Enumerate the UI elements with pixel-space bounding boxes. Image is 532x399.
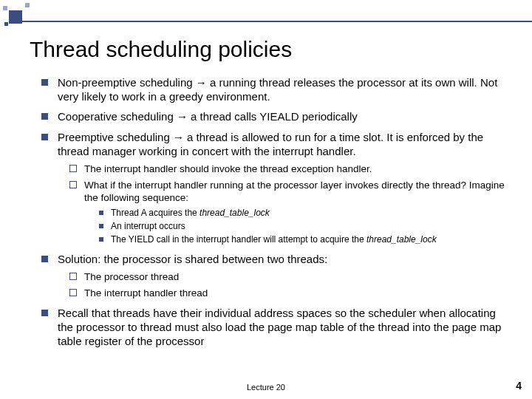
sub-text: The interrupt handler thread: [84, 287, 208, 299]
bullet-item: Recall that threads have their individua…: [41, 306, 510, 349]
subsub-item: Thread A acquires the thread_table_lock: [99, 208, 510, 219]
bullet-item: Preemptive scheduling → a thread is allo…: [41, 130, 510, 246]
footer-page-number: 4: [516, 380, 522, 392]
sub-text: What if the interrupt handler running at…: [84, 180, 505, 203]
slide-content: Thread scheduling policies Non-preemptiv…: [0, 0, 532, 348]
sub-item: What if the interrupt handler running at…: [69, 179, 510, 246]
bullet-text: Solution: the processor is shared betwee…: [58, 253, 327, 265]
top-divider: [21, 21, 532, 22]
sub-list: The processor thread The interrupt handl…: [58, 270, 510, 300]
bullet-text: Recall that threads have their individua…: [58, 307, 501, 347]
sub-item: The processor thread: [69, 270, 510, 283]
subsub-text: An interrupt occurs: [111, 221, 185, 231]
subsub-item: The YIELD call in the interrupt handler …: [99, 234, 510, 245]
corner-decoration: [3, 3, 33, 33]
subsub-item: An interrupt occurs: [99, 221, 510, 232]
bullet-text: Non-preemptive scheduling → a running th…: [58, 76, 497, 103]
sub-list: The interrupt handler should invoke the …: [58, 163, 510, 246]
bullet-item: Solution: the processor is shared betwee…: [41, 252, 510, 300]
bullet-list: Non-preemptive scheduling → a running th…: [33, 75, 510, 348]
sub-item: The interrupt handler should invoke the …: [69, 163, 510, 175]
subsub-text: Thread A acquires the: [111, 208, 200, 218]
sub-item: The interrupt handler thread: [69, 287, 510, 299]
subsub-list: Thread A acquires the thread_table_lock …: [84, 208, 510, 246]
bullet-text: Preemptive scheduling → a thread is allo…: [58, 131, 483, 157]
italic-term: thread_table_lock: [366, 234, 437, 245]
bullet-item: Non-preemptive scheduling → a running th…: [41, 75, 510, 103]
slide-title: Thread scheduling policies: [30, 37, 510, 62]
footer-lecture: Lecture 20: [0, 383, 532, 392]
sub-text: The processor thread: [84, 271, 179, 282]
italic-term: thread_table_lock: [200, 208, 270, 218]
sub-text: The interrupt handler should invoke the …: [84, 163, 372, 174]
subsub-text: The YIELD call in the interrupt handler …: [111, 234, 366, 245]
bullet-item: Cooperative scheduling → a thread calls …: [41, 109, 510, 123]
bullet-text: Cooperative scheduling → a thread calls …: [58, 110, 358, 123]
